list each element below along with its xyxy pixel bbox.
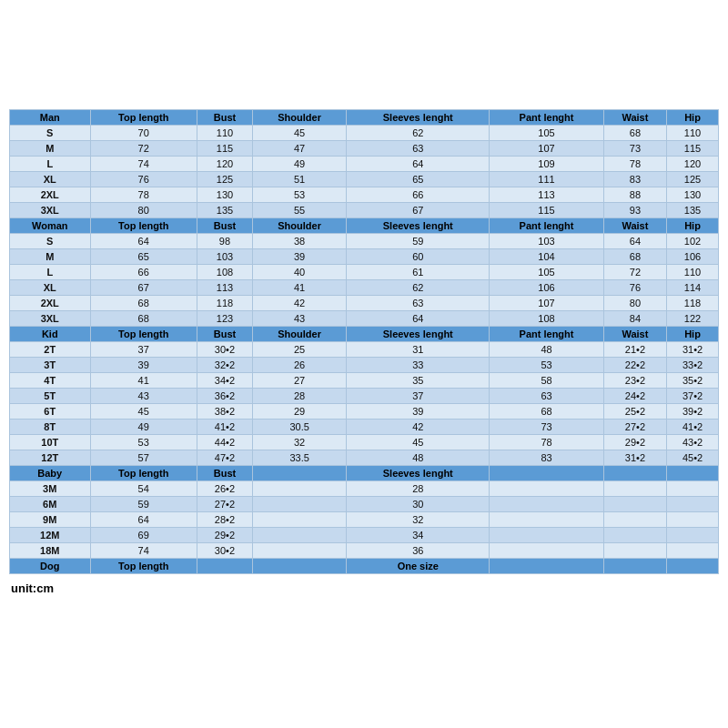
table-cell: 63 — [347, 296, 490, 311]
table-cell: 32 — [347, 512, 490, 528]
table-cell: 10T — [10, 435, 91, 450]
table-cell: 29 — [252, 404, 346, 420]
table-row: 3T3932•226335322•233•2 — [10, 358, 719, 373]
table-cell: 105 — [490, 126, 604, 141]
table-cell: 110 — [667, 126, 719, 141]
table-cell: 24•2 — [603, 389, 666, 404]
table-cell: 108 — [490, 311, 604, 327]
table-cell — [490, 543, 604, 559]
header-cell — [490, 559, 604, 574]
table-cell: 64 — [347, 157, 490, 172]
header-cell: Kid — [10, 327, 91, 342]
table-cell: 122 — [667, 311, 719, 327]
table-cell: 28 — [347, 481, 490, 497]
header-cell: Top length — [90, 466, 197, 481]
header-cell: Man — [10, 110, 91, 126]
table-cell: 88 — [603, 187, 666, 203]
table-cell: 64 — [603, 234, 666, 249]
table-row: XL76125516511183125 — [10, 172, 719, 187]
table-cell: 42 — [347, 420, 490, 435]
table-cell: 67 — [347, 203, 490, 218]
table-cell: 115 — [490, 203, 604, 218]
table-cell: 33 — [347, 358, 490, 373]
header-cell — [252, 466, 346, 481]
table-cell: 73 — [603, 141, 666, 157]
table-cell: 76 — [603, 280, 666, 296]
table-cell: 78 — [603, 157, 666, 172]
table-cell — [603, 512, 666, 528]
table-cell: 26•2 — [197, 481, 252, 497]
header-cell — [667, 466, 719, 481]
header-cell: Pant lenght — [490, 327, 604, 342]
table-cell: 68 — [603, 249, 666, 265]
table-cell: L — [10, 157, 91, 172]
table-cell: 61 — [347, 265, 490, 280]
table-cell: 58 — [490, 373, 604, 389]
table-cell: 106 — [490, 280, 604, 296]
table-cell: 41 — [90, 373, 197, 389]
header-cell: Hip — [667, 218, 719, 234]
table-cell: 125 — [197, 172, 252, 187]
table-cell: 109 — [490, 157, 604, 172]
header-cell: Hip — [667, 110, 719, 126]
table-row: 2XL68118426310780118 — [10, 296, 719, 311]
table-cell: 113 — [490, 187, 604, 203]
table-cell: 125 — [667, 172, 719, 187]
table-cell — [490, 512, 604, 528]
header-cell: Waist — [603, 327, 666, 342]
table-cell: 54 — [90, 481, 197, 497]
table-cell: 62 — [347, 126, 490, 141]
table-cell: 41•2 — [667, 420, 719, 435]
table-row: 3M5426•228 — [10, 481, 719, 497]
table-cell: XL — [10, 172, 91, 187]
table-cell: 98 — [197, 234, 252, 249]
table-cell — [603, 481, 666, 497]
table-row: L74120496410978120 — [10, 157, 719, 172]
header-cell: Top length — [90, 559, 197, 574]
table-cell: L — [10, 265, 91, 280]
table-cell: 60 — [347, 249, 490, 265]
table-cell: 62 — [347, 280, 490, 296]
table-cell: 48 — [490, 342, 604, 358]
table-cell: 120 — [667, 157, 719, 172]
table-cell: 53 — [252, 187, 346, 203]
table-cell: 108 — [197, 265, 252, 280]
table-cell — [667, 528, 719, 543]
table-cell: 76 — [90, 172, 197, 187]
table-cell: 53 — [490, 358, 604, 373]
header-cell — [603, 466, 666, 481]
table-cell: 33.5 — [252, 450, 346, 466]
header-cell: Bust — [197, 110, 252, 126]
table-cell: 93 — [603, 203, 666, 218]
table-cell: 55 — [252, 203, 346, 218]
table-cell: 9M — [10, 512, 91, 528]
table-row: 6T4538•229396825•239•2 — [10, 404, 719, 420]
table-cell: 107 — [490, 296, 604, 311]
size-chart-wrapper: ManTop lengthBustShoulderSleeves lenghtP… — [9, 109, 719, 595]
header-cell: Sleeves lenght — [347, 110, 490, 126]
table-cell: 113 — [197, 280, 252, 296]
table-cell: 29•2 — [197, 528, 252, 543]
header-cell: Waist — [603, 218, 666, 234]
table-cell: 110 — [197, 126, 252, 141]
table-cell — [252, 497, 346, 512]
table-cell: 51 — [252, 172, 346, 187]
table-cell: 114 — [667, 280, 719, 296]
table-cell: 27 — [252, 373, 346, 389]
header-cell: Shoulder — [252, 218, 346, 234]
table-cell: 135 — [197, 203, 252, 218]
table-cell: 45 — [90, 404, 197, 420]
table-cell: 53 — [90, 435, 197, 450]
table-cell: 69 — [90, 528, 197, 543]
table-cell — [667, 543, 719, 559]
table-cell: 4T — [10, 373, 91, 389]
table-cell: 80 — [603, 296, 666, 311]
header-cell: Bust — [197, 327, 252, 342]
header-cell: Shoulder — [252, 110, 346, 126]
table-row: 4T4134•227355823•235•2 — [10, 373, 719, 389]
table-cell: 30•2 — [197, 342, 252, 358]
table-cell: 38 — [252, 234, 346, 249]
table-cell: 130 — [197, 187, 252, 203]
table-cell: 65 — [90, 249, 197, 265]
table-cell: 130 — [667, 187, 719, 203]
